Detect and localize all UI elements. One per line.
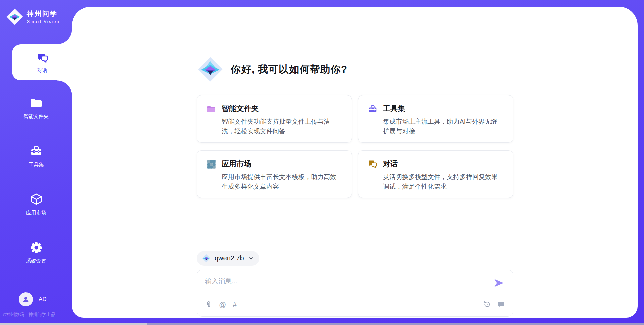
toolbox-icon (368, 104, 378, 114)
chevron-down-icon (248, 255, 254, 261)
card-toolset[interactable]: 工具集 集成市场上主流工具，助力AI与外界无缝扩展与对接 (358, 95, 513, 143)
card-desc: 智能文件夹功能支持批量文件上传与清洗，轻松实现文件问答 (222, 117, 342, 136)
card-desc: 灵活切换多模型文件，支持多样回复效果调试，满足个性化需求 (383, 172, 503, 192)
brand-logo: 神州问学 Smart Vision (6, 8, 60, 25)
user-initials: AD (39, 296, 47, 303)
topic-button[interactable]: # (233, 301, 237, 308)
history-icon (483, 301, 491, 308)
sidebar-item-label: 工具集 (29, 161, 44, 168)
horizontal-scrollbar[interactable] (0, 323, 644, 325)
card-app-market[interactable]: 应用市场 应用市场提供丰富长文本模板，助力高效生成多样化文章内容 (197, 150, 352, 198)
history-button[interactable] (483, 301, 491, 308)
assistant-diamond-icon (197, 56, 223, 82)
sidebar-item-smart-folder[interactable]: 智能文件夹 (0, 96, 72, 120)
sidebar: 神州问学 Smart Vision 对话 智能文件夹 (0, 0, 72, 325)
chat-bubble-icon (497, 301, 505, 308)
composer-toolbar: @ # (205, 296, 505, 313)
card-chat[interactable]: 对话 灵活切换多模型文件，支持多样回复效果调试，满足个性化需求 (358, 150, 513, 198)
greeting-title: 你好, 我可以如何帮助你? (231, 63, 347, 76)
feature-cards: 智能文件夹 智能文件夹功能支持批量文件上传与清洗，轻松实现文件问答 工具集 (197, 95, 513, 198)
model-name: qwen2:7b (215, 254, 244, 262)
card-desc: 应用市场提供丰富长文本模板，助力高效生成多样化文章内容 (222, 172, 342, 192)
card-title: 智能文件夹 (222, 104, 342, 114)
card-title: 对话 (383, 159, 503, 169)
folder-icon (206, 104, 216, 114)
brand-diamond-icon (6, 8, 23, 25)
copyright-text: ©神州数码 · 神州问学出品 (3, 312, 55, 318)
user-profile: AD (19, 292, 47, 306)
attachment-button[interactable] (205, 301, 212, 308)
chat-bubbles-icon (368, 159, 378, 169)
sidebar-item-label: 智能文件夹 (23, 113, 49, 120)
tab-fillet-top (57, 29, 72, 44)
chat-panel-button[interactable] (497, 301, 505, 308)
sidebar-item-toolset[interactable]: 工具集 (0, 144, 72, 168)
message-composer: @ # (197, 270, 513, 317)
model-selector[interactable]: qwen2:7b (197, 251, 259, 266)
gear-icon (30, 241, 43, 254)
card-title: 应用市场 (222, 159, 342, 169)
greeting-row: 你好, 我可以如何帮助你? (197, 56, 513, 82)
sidebar-item-label: 对话 (37, 67, 47, 74)
person-icon (22, 295, 30, 303)
mention-button[interactable]: @ (219, 301, 226, 308)
tab-fillet-bottom (57, 80, 72, 95)
scrollbar-thumb[interactable] (0, 323, 147, 325)
folder-icon (30, 96, 43, 110)
grid-icon (206, 159, 216, 169)
brand-subtitle: Smart Vision (27, 19, 60, 24)
send-icon (493, 277, 505, 289)
app-canvas: 神州问学 Smart Vision 对话 智能文件夹 (0, 0, 644, 325)
model-diamond-icon (202, 254, 211, 263)
main-panel: 你好, 我可以如何帮助你? 智能文件夹 智能文件夹功能支持批量文件上传与清洗，轻… (72, 7, 638, 318)
card-title: 工具集 (383, 104, 503, 114)
toolbox-icon (30, 144, 43, 158)
message-input[interactable] (205, 275, 493, 296)
card-desc: 集成市场上主流工具，助力AI与外界无缝扩展与对接 (383, 117, 503, 136)
avatar[interactable] (19, 292, 33, 306)
sidebar-item-chat[interactable]: 对话 (12, 44, 72, 80)
chat-bubbles-icon (36, 51, 49, 65)
paperclip-icon (205, 301, 212, 308)
cube-icon (30, 193, 43, 206)
sidebar-item-label: 系统设置 (26, 258, 46, 264)
sidebar-item-label: 应用市场 (26, 210, 46, 216)
card-smart-folder[interactable]: 智能文件夹 智能文件夹功能支持批量文件上传与清洗，轻松实现文件问答 (197, 95, 352, 143)
sidebar-item-app-market[interactable]: 应用市场 (0, 193, 72, 216)
brand-title: 神州问学 (27, 9, 60, 18)
send-button[interactable] (493, 277, 505, 289)
sidebar-item-settings[interactable]: 系统设置 (0, 241, 72, 264)
